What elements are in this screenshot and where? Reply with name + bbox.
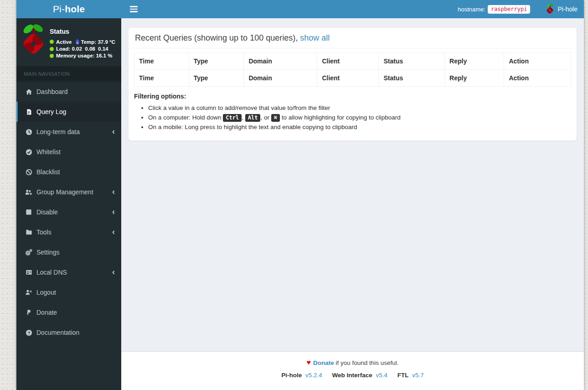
app-window: Pi-hole hostname: raspberrypi [16,0,584,390]
status-dot-icon [50,40,54,44]
folder-icon [24,229,34,235]
column-header-domain[interactable]: Domain [244,53,317,70]
topbar: hostname: raspberrypi [121,0,584,18]
version-pihole: Pi-hole v5.2.4 [281,372,322,379]
pihole-raspberry-logo [20,23,46,60]
load-values: 0.02 0.08 0.14 [72,46,108,52]
show-all-link[interactable]: show all [300,33,330,42]
stop-icon [24,209,34,215]
donate-link[interactable]: Donate [313,359,334,366]
chevron-left-icon [112,268,115,276]
sidebar-item-disable[interactable]: Disable [16,202,121,222]
brand-link[interactable]: Pi-hole [16,0,121,18]
sidebar-item-settings[interactable]: Settings [16,242,121,262]
chevron-left-icon [112,187,115,196]
status-dot-icon [50,54,54,58]
status-dot-icon [50,47,54,51]
versions-line: Pi-hole v5.2.4 Web Interface v5.4 FTL v5… [121,372,584,379]
version-ftl-link[interactable]: v5.7 [412,372,424,379]
gears-icon [24,249,34,256]
version-pihole-link[interactable]: v5.2.4 [305,372,322,379]
panel-body: Time Type Domain Client Status Reply Act… [129,48,577,140]
sidebar-item-dashboard[interactable]: Dashboard [16,82,121,102]
sidebar-menu: Dashboard Query Log Long-term data White… [16,82,121,343]
users-gear-icon [24,189,34,196]
sidebar-item-whitelist[interactable]: Whitelist [16,142,121,162]
table-footer-row: Time Type Domain Client Status Reply Act… [134,70,571,87]
footer-column-action[interactable]: Action [504,70,571,87]
footer-column-type[interactable]: Type [189,70,244,87]
pihole-logo-icon [546,4,554,15]
status-info: Status ActiveTemp: 37.9 °C Load: 0.02 0.… [50,23,115,60]
filtering-bullet-3: On a mobile: Long press to highlight the… [148,124,571,130]
sidebar-item-long-term-data[interactable]: Long-term data [16,122,121,142]
temperature-flame-icon [75,39,80,45]
heart-icon [306,359,313,366]
chevron-left-icon [112,208,115,216]
table-header-row: Time Type Domain Client Status Reply Act… [134,53,571,70]
question-circle-icon: ? [24,329,34,336]
sidebar-item-documentation[interactable]: ? Documentation [16,322,121,343]
sidebar-section-header: MAIN NAVIGATION [16,66,121,82]
footer-column-client[interactable]: Client [317,70,379,87]
paypal-icon [24,309,34,316]
kbd-alt: Alt [245,114,261,122]
memory-label: Memory usage: [56,53,94,58]
donate-suffix: if you found this useful. [334,359,399,366]
sidebar: Status ActiveTemp: 37.9 °C Load: 0.02 0.… [16,18,121,390]
recent-queries-panel: Recent Queries (showing up to 100 querie… [128,27,577,141]
ban-icon [24,169,34,176]
sidebar-toggle-button[interactable] [128,3,141,15]
footer-column-domain[interactable]: Domain [244,70,317,87]
sidebar-item-donate[interactable]: Donate [16,302,121,322]
status-panel: Status ActiveTemp: 37.9 °C Load: 0.02 0.… [16,18,121,66]
content: Recent Queries (showing up to 100 querie… [121,18,584,351]
sidebar-item-blacklist[interactable]: Blacklist [16,162,121,182]
hostname-value: raspberrypi [488,5,530,14]
column-header-client[interactable]: Client [317,53,379,70]
column-header-reply[interactable]: Reply [445,53,504,70]
brand-prefix: Pi- [53,4,65,15]
column-header-time[interactable]: Time [134,53,189,70]
user-times-icon [24,289,34,296]
panel-heading: Recent Queries (showing up to 100 querie… [129,28,577,48]
svg-text:?: ? [27,330,30,335]
kbd-ctrl: Ctrl [223,114,242,122]
column-header-action[interactable]: Action [504,53,571,70]
temp-value: 37.9 °C [98,39,115,45]
home-icon [24,88,34,95]
status-line-memory: Memory usage: 16.1 % [50,53,115,58]
column-header-status[interactable]: Status [379,53,445,70]
sidebar-item-group-management[interactable]: Group Management [16,182,121,202]
donate-line: Donate if you found this useful. [121,359,584,367]
footer-column-status[interactable]: Status [379,70,445,87]
version-web-interface: Web Interface v5.4 [332,372,387,379]
queries-table: Time Type Domain Client Status Reply Act… [134,52,571,87]
check-circle-icon [24,149,34,156]
filtering-list: Click a value in a column to add/remove … [134,104,571,130]
chevron-left-icon [112,228,115,236]
status-line-active: ActiveTemp: 37.9 °C [50,39,115,45]
panel-title: Recent Queries (showing up to 100 querie… [135,33,298,42]
column-header-type[interactable]: Type [189,53,244,70]
sidebar-item-logout[interactable]: Logout [16,282,121,302]
kbd-command: ⌘ [271,114,280,122]
sidebar-item-query-log[interactable]: Query Log [16,102,121,122]
file-icon [24,109,34,115]
chevron-left-icon [112,127,115,135]
memory-value: 16.1 % [96,53,113,58]
filtering-title: Filtering options: [134,93,571,100]
load-label: Load: [56,46,70,52]
clock-icon [24,129,34,135]
footer-column-time[interactable]: Time [134,70,189,87]
sidebar-item-local-dns[interactable]: Local DNS [16,262,121,282]
footer-column-reply[interactable]: Reply [445,70,504,87]
main-area: Recent Queries (showing up to 100 querie… [121,18,584,390]
status-line-load: Load: 0.02 0.08 0.14 [50,46,115,52]
status-title: Status [50,28,115,35]
version-ftl: FTL v5.7 [397,372,424,379]
sidebar-item-tools[interactable]: Tools [16,222,121,242]
brand-bold: hole [65,4,85,15]
version-web-link[interactable]: v5.4 [376,372,388,379]
hostname-label: hostname: [458,6,485,13]
